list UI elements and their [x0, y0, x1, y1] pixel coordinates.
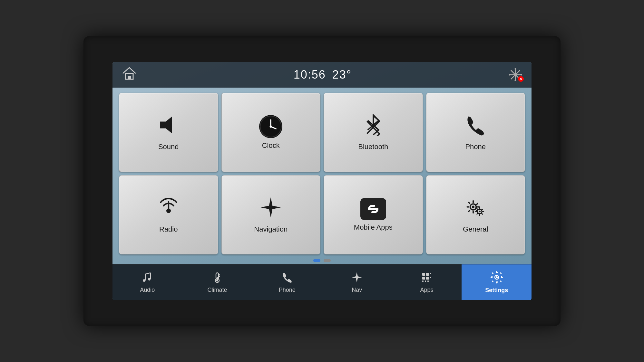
general-label: General [463, 225, 488, 233]
svg-rect-42 [430, 277, 431, 278]
clock-tile[interactable]: Clock [221, 93, 321, 172]
clock-icon [259, 115, 282, 138]
music-icon [141, 272, 153, 285]
svg-point-7 [514, 80, 516, 81]
nav-item-nav[interactable]: Nav [322, 264, 392, 300]
phone-nav-icon [281, 272, 293, 285]
nav-item-phone[interactable]: Phone [252, 264, 322, 300]
settings-gear-icon [491, 271, 503, 285]
temperature: 23° [332, 68, 352, 81]
svg-point-9 [520, 74, 522, 76]
radio-label: Radio [159, 225, 178, 233]
car-infotainment-bezel: 10:56 23° ✕ [83, 36, 561, 326]
nav-item-settings[interactable]: Settings [462, 264, 532, 300]
emergency-icon[interactable]: ✕ [509, 68, 522, 81]
phone-label: Phone [465, 143, 486, 151]
clock-label: Clock [262, 141, 280, 150]
svg-point-33 [216, 280, 218, 281]
phone-icon [464, 114, 487, 139]
apps-nav-label: Apps [420, 287, 434, 293]
emergency-badge: ✕ [518, 76, 524, 82]
svg-rect-41 [426, 277, 429, 280]
mobile-apps-icon [360, 198, 386, 220]
grid-row-1: Sound [119, 93, 525, 172]
infotainment-screen: 10:56 23° ✕ [112, 62, 532, 300]
svg-point-24 [472, 206, 474, 208]
phone-tile[interactable]: Phone [426, 93, 525, 172]
general-tile[interactable]: General [426, 175, 525, 254]
radio-icon [157, 196, 180, 222]
svg-point-26 [479, 211, 481, 212]
sound-label: Sound [158, 143, 179, 151]
svg-line-29 [145, 273, 151, 274]
header-bar: 10:56 23° ✕ [112, 62, 532, 88]
main-grid-area: Sound [112, 88, 532, 257]
nav-nav-label: Nav [352, 287, 362, 293]
svg-rect-1 [128, 76, 131, 79]
climate-nav-label: Climate [208, 287, 227, 293]
home-icon[interactable] [122, 67, 136, 83]
svg-rect-44 [425, 281, 426, 282]
nav-item-climate[interactable]: Climate [182, 264, 252, 300]
current-time: 10:56 [294, 68, 326, 81]
svg-point-47 [496, 276, 498, 278]
bottom-navigation: Audio Climate [112, 264, 532, 300]
sound-tile[interactable]: Sound [119, 93, 218, 172]
svg-rect-43 [422, 281, 424, 282]
svg-rect-40 [422, 277, 425, 280]
gear-icon [464, 196, 487, 222]
pagination-dot-1[interactable] [313, 259, 320, 262]
svg-rect-37 [422, 273, 425, 276]
svg-rect-45 [427, 281, 429, 282]
bluetooth-label: Bluetooth [358, 143, 388, 151]
svg-marker-10 [160, 117, 172, 134]
pagination-dots [112, 257, 532, 264]
radio-tile[interactable]: Radio [119, 175, 218, 254]
mobile-apps-tile[interactable]: Mobile Apps [324, 175, 423, 254]
bluetooth-tile[interactable]: Bluetooth [324, 93, 423, 172]
svg-point-8 [509, 74, 511, 76]
header-time-temp: 10:56 23° [294, 68, 352, 81]
apps-grid-icon [421, 272, 433, 285]
svg-point-14 [270, 126, 272, 128]
bluetooth-icon [362, 114, 385, 139]
settings-nav-label: Settings [485, 287, 508, 294]
svg-point-6 [514, 68, 516, 70]
navigation-tile[interactable]: Navigation [221, 175, 321, 254]
grid-row-2: Radio Navigation [119, 175, 525, 254]
svg-rect-39 [430, 273, 431, 274]
phone-nav-label: Phone [279, 287, 296, 293]
nav-item-apps[interactable]: Apps [392, 264, 462, 300]
speaker-icon [157, 114, 180, 139]
audio-nav-label: Audio [140, 287, 155, 293]
nav-star-icon [259, 196, 282, 222]
mobile-apps-label: Mobile Apps [354, 223, 393, 232]
pagination-dot-2[interactable] [324, 259, 331, 262]
nav-item-audio[interactable]: Audio [112, 264, 182, 300]
climate-icon [211, 272, 223, 285]
svg-rect-38 [426, 273, 429, 276]
nav-star-sm-icon [351, 272, 363, 285]
navigation-label: Navigation [254, 225, 288, 233]
